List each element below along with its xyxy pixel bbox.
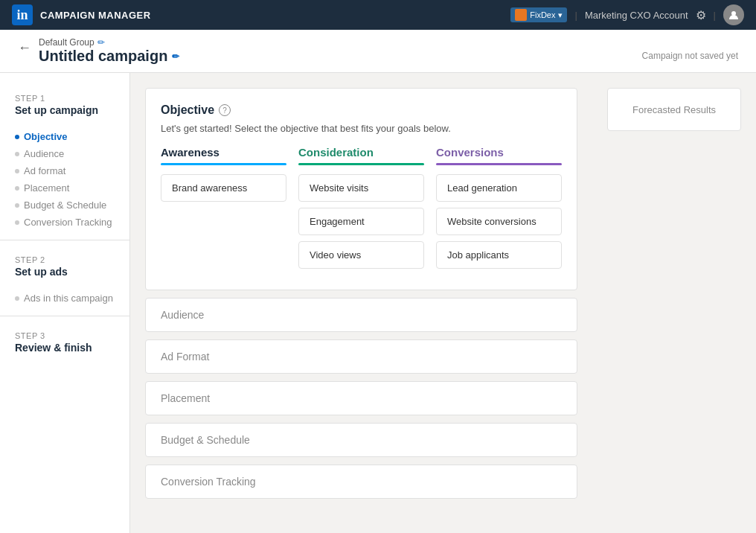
awareness-header: Awareness (161, 146, 286, 159)
not-saved-label: Campaign not saved yet (642, 37, 738, 61)
edit-campaign-icon[interactable]: ✏ (172, 51, 179, 62)
sidebar-item-placement[interactable]: Placement (0, 179, 129, 197)
sidebar-item-ads[interactable]: Ads in this campaign (0, 290, 129, 307)
sidebar: Step 1 Set up campaign Objective Audienc… (0, 73, 130, 533)
sidebar-item-budget[interactable]: Budget & Schedule (0, 197, 129, 214)
awareness-bar (161, 163, 286, 165)
conversions-bar (436, 163, 562, 165)
job-applicants-option[interactable]: Job applicants (436, 241, 562, 269)
sidebar-item-conversion-tracking-label: Conversion Tracking (24, 217, 112, 228)
audience-section[interactable]: Audience (145, 298, 577, 332)
step1-title: Set up campaign (15, 104, 115, 116)
objective-columns: Awareness Brand awareness Consideration … (161, 146, 562, 275)
lead-generation-option[interactable]: Lead generation (436, 174, 562, 202)
placement-section[interactable]: Placement (145, 381, 577, 415)
objective-subtitle: Let's get started! Select the objective … (161, 123, 562, 134)
sidebar-item-objective-label: Objective (24, 131, 68, 142)
website-conversions-option[interactable]: Website conversions (436, 208, 562, 235)
video-views-option[interactable]: Video views (298, 241, 424, 269)
consideration-bar (298, 163, 424, 165)
main-content: Objective ? Let's get started! Select th… (130, 73, 592, 533)
top-navigation: in CAMPAIGN MANAGER FixDex ▾ | Marketing… (0, 0, 756, 30)
sidebar-item-placement-label: Placement (24, 182, 69, 194)
sidebar-item-audience[interactable]: Audience (0, 145, 129, 162)
sidebar-item-ads-label: Ads in this campaign (24, 293, 113, 304)
step3-title: Review & finish (15, 342, 115, 354)
engagement-option[interactable]: Engagement (298, 208, 424, 235)
sidebar-item-audience-label: Audience (24, 148, 64, 159)
forecasted-results-box: Forecasted Results (607, 88, 741, 131)
forecasted-label: Forecasted Results (632, 104, 716, 115)
step1-label: Step 1 (15, 94, 115, 103)
linkedin-logo: in (12, 4, 33, 25)
objective-title: Objective (161, 103, 214, 117)
consideration-column: Consideration Website visits Engagement … (298, 146, 424, 275)
account-badge[interactable]: FixDex ▾ (510, 7, 567, 22)
brand-awareness-option[interactable]: Brand awareness (161, 174, 286, 202)
avatar[interactable] (723, 4, 744, 25)
objective-card: Objective ? Let's get started! Select th… (145, 88, 577, 290)
conversion-tracking-section[interactable]: Conversion Tracking (145, 465, 577, 499)
step2-title: Set up ads (15, 266, 115, 278)
budget-schedule-section[interactable]: Budget & Schedule (145, 423, 577, 457)
chevron-down-icon: ▾ (558, 10, 563, 20)
step2-label: Step 2 (15, 255, 115, 264)
sidebar-item-objective[interactable]: Objective (0, 128, 129, 145)
edit-group-icon[interactable]: ✏ (97, 37, 105, 48)
info-icon[interactable]: ? (219, 104, 231, 116)
breadcrumb: Default Group ✏ (39, 37, 179, 48)
group-label: Default Group (39, 37, 94, 48)
sidebar-item-adformat-label: Ad format (24, 165, 65, 176)
app-title: CAMPAIGN MANAGER (40, 10, 151, 21)
step3-label: Step 3 (15, 331, 115, 340)
right-panel: Forecasted Results (592, 73, 756, 533)
sidebar-item-adformat[interactable]: Ad format (0, 162, 129, 179)
subheader: ← Default Group ✏ Untitled campaign ✏ Ca… (0, 30, 756, 73)
campaign-title: Untitled campaign (39, 48, 167, 65)
sidebar-item-conversion-tracking[interactable]: Conversion Tracking (0, 214, 129, 231)
conversions-header: Conversions (436, 146, 562, 159)
consideration-header: Consideration (298, 146, 424, 159)
back-button[interactable]: ← (18, 37, 31, 56)
marketing-account-label: Marketing CXO Account (585, 10, 688, 21)
ad-format-section[interactable]: Ad Format (145, 339, 577, 374)
conversions-column: Conversions Lead generation Website conv… (436, 146, 562, 275)
awareness-column: Awareness Brand awareness (161, 146, 286, 275)
settings-icon[interactable]: ⚙ (696, 8, 706, 22)
sidebar-item-budget-label: Budget & Schedule (24, 200, 106, 211)
website-visits-option[interactable]: Website visits (298, 174, 424, 202)
